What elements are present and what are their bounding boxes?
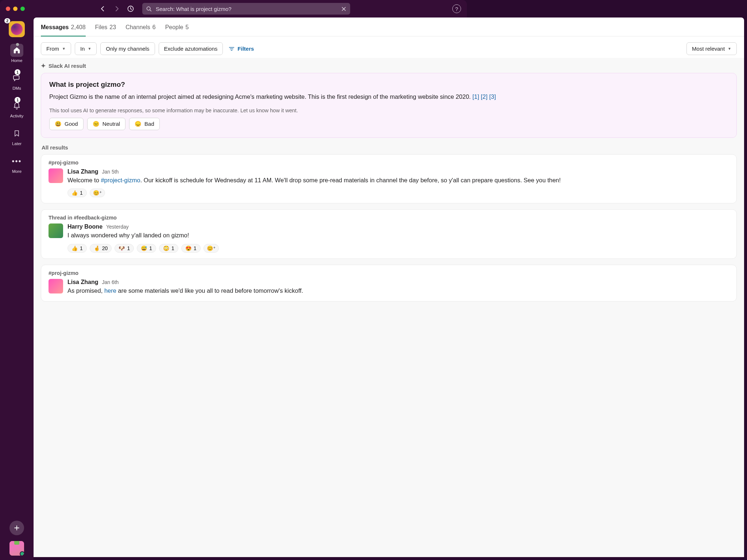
message-result[interactable]: #proj-gizmoLisa ZhangJan 6thAs promised,… [41, 265, 467, 302]
reactions-row: 👍1🤞20🐶1😅1😳1😍1😊⁺ [67, 244, 467, 253]
tab-people[interactable]: People 5 [165, 24, 189, 36]
help-button[interactable]: ? [452, 4, 461, 13]
author-name[interactable]: Lisa Zhang [67, 168, 98, 175]
tab-count: 23 [109, 24, 116, 31]
filter-icon [229, 46, 235, 51]
tab-messages[interactable]: Messages 2,408 [41, 24, 86, 36]
nav-activity-label: Activity [10, 114, 23, 118]
add-reaction[interactable]: 😊⁺ [90, 188, 105, 197]
bell-icon [13, 102, 21, 110]
workspace-icon [11, 23, 23, 35]
window-controls [6, 7, 25, 11]
results-tabs: Messages 2,408 Files 23 Channels 6 Peopl… [34, 18, 467, 36]
feedback-neutral[interactable]: 😐Neutral [87, 118, 125, 130]
ai-disclaimer: This tool uses AI to generate responses,… [49, 108, 467, 113]
nav-dms-label: DMs [12, 86, 21, 90]
nav-more[interactable]: ••• More [10, 155, 23, 174]
tab-label: People [165, 24, 183, 31]
close-window[interactable] [6, 7, 10, 11]
filter-in[interactable]: In▼ [75, 42, 97, 55]
result-channel[interactable]: #proj-gizmo [49, 270, 467, 276]
author-avatar[interactable] [49, 168, 63, 183]
tab-count: 2,408 [71, 24, 86, 31]
feedback-bad[interactable]: 😞Bad [129, 118, 160, 130]
nav-dms[interactable]: 1 DMs [10, 71, 23, 90]
reaction-emoji: 😅 [141, 245, 147, 251]
history-button[interactable] [126, 4, 135, 13]
sparkle-icon: ✦ [41, 62, 46, 69]
clear-search-icon[interactable] [341, 6, 347, 12]
message-text: As promised, here are some materials we'… [67, 286, 467, 296]
reaction[interactable]: 😅1 [137, 244, 156, 253]
all-results-label: All results [42, 144, 467, 151]
nav-activity[interactable]: 1 Activity [10, 99, 23, 118]
reaction-count: 1 [149, 245, 152, 251]
notification-dot [16, 43, 19, 46]
filters-button[interactable]: Filters [229, 46, 254, 52]
author-avatar[interactable] [49, 279, 63, 293]
maximize-window[interactable] [20, 7, 25, 11]
reaction-emoji: 😍 [185, 245, 191, 251]
workspace-sidebar: 2 Home 1 DMs 1 Activity Later ••• More [0, 18, 34, 350]
filter-bar: From▼ In▼ Only my channels Exclude azuto… [34, 36, 467, 58]
add-reaction-icon: 😊⁺ [207, 245, 216, 251]
tab-count: 5 [185, 24, 189, 31]
nav-later-label: Later [12, 141, 22, 146]
back-button[interactable] [98, 4, 107, 13]
svg-point-1 [147, 7, 150, 10]
inline-link[interactable]: #project-gizmo [101, 177, 140, 183]
author-avatar[interactable] [49, 223, 63, 238]
message-time: Yesterday [106, 224, 129, 230]
reaction-emoji: 👍 [71, 245, 78, 251]
result-channel[interactable]: Thread in #feedback-gizmo [49, 215, 467, 221]
filter-from[interactable]: From▼ [41, 42, 71, 55]
reaction-emoji: 👍 [71, 190, 78, 196]
add-reaction-icon: 😊⁺ [93, 190, 102, 196]
reaction-emoji: 😳 [163, 245, 169, 251]
result-channel[interactable]: #proj-gizmo [49, 160, 467, 166]
minimize-window[interactable] [13, 7, 18, 11]
workspace-switcher[interactable]: 2 [9, 21, 25, 37]
tab-label: Messages [41, 24, 69, 31]
chevron-down-icon: ▼ [88, 47, 91, 51]
message-result[interactable]: Thread in #feedback-gizmoHarry BooneYest… [41, 209, 467, 259]
forward-button[interactable] [112, 4, 121, 13]
reaction-count: 1 [171, 245, 174, 251]
nav-home[interactable]: Home [10, 44, 23, 63]
feedback-good[interactable]: 😃Good [49, 118, 84, 130]
chevron-down-icon: ▼ [62, 47, 66, 51]
nav-later[interactable]: Later [10, 127, 23, 146]
results-scroll[interactable]: ✦ Slack AI result What is project gizmo?… [34, 58, 467, 350]
nav-more-label: More [12, 169, 22, 174]
add-reaction[interactable]: 😊⁺ [204, 244, 219, 253]
tab-label: Files [95, 24, 108, 31]
reaction[interactable]: 🐶1 [115, 244, 134, 253]
smile-icon: 😃 [55, 121, 62, 127]
reaction[interactable]: 🤞20 [90, 244, 112, 253]
home-icon [13, 46, 21, 54]
message-text: Welcome to #project-gizmo. Our kickoff i… [67, 176, 467, 185]
author-name[interactable]: Harry Boone [67, 223, 102, 230]
author-name[interactable]: Lisa Zhang [67, 279, 98, 285]
tab-channels[interactable]: Channels 6 [125, 24, 156, 36]
search-results-panel: Messages 2,408 Files 23 Channels 6 Peopl… [34, 18, 467, 350]
dms-badge: 1 [15, 69, 20, 75]
reaction[interactable]: 😍1 [181, 244, 201, 253]
reaction[interactable]: 👍1 [67, 188, 87, 197]
reaction-count: 20 [102, 245, 108, 251]
reaction[interactable]: 👍1 [67, 244, 87, 253]
tab-files[interactable]: Files 23 [95, 24, 116, 36]
ai-result-card: What is project gizmo? Project Gizmo is … [41, 73, 467, 138]
more-icon: ••• [12, 159, 22, 163]
reaction-count: 1 [80, 190, 83, 196]
filter-only-my-channels[interactable]: Only my channels [100, 42, 155, 55]
reaction[interactable]: 😳1 [159, 244, 178, 253]
nav-home-label: Home [11, 58, 23, 63]
search-bar[interactable] [142, 3, 350, 15]
filter-exclude-automations[interactable]: Exclude azutomations [159, 42, 223, 55]
search-input[interactable] [156, 6, 337, 12]
ai-answer: Project Gizmo is the name of an internal… [49, 92, 467, 102]
inline-link[interactable]: here [104, 287, 116, 294]
message-result[interactable]: #proj-gizmoLisa ZhangJan 5thWelcome to #… [41, 154, 467, 204]
reaction-count: 1 [194, 245, 197, 251]
